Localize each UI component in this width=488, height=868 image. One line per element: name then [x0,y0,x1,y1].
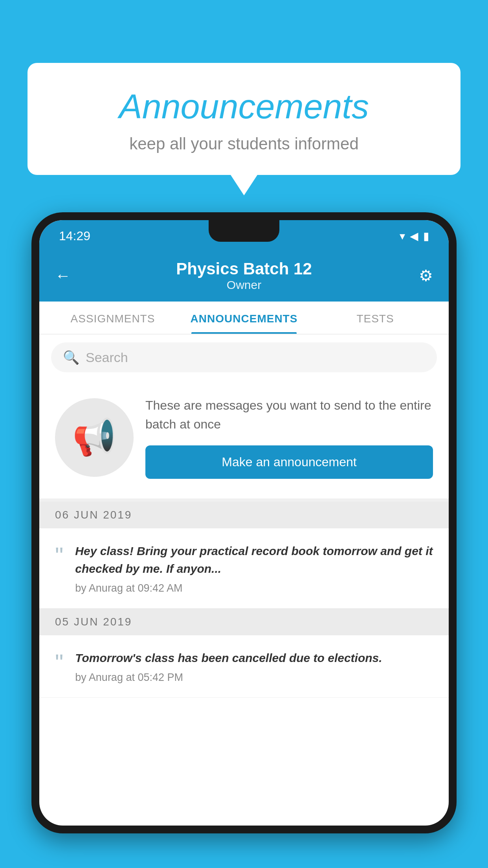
search-bar[interactable]: 🔍 Search [51,342,437,372]
battery-icon: ▮ [423,230,429,243]
promo-icon-circle: 📢 [55,398,134,477]
signal-icon: ◀ [410,230,418,243]
announcement-text-2: Tomorrow's class has been cancelled due … [75,649,382,667]
quote-icon-1: " [55,544,63,568]
header-title: Physics Batch 12 [176,259,312,278]
header-subtitle: Owner [176,278,312,292]
tab-announcements[interactable]: ANNOUNCEMENTS [178,302,310,334]
status-bar: 14:29 ▾ ◀ ▮ [39,220,449,252]
announcement-text-1: Hey class! Bring your practical record b… [75,542,433,577]
status-time: 14:29 [59,229,90,243]
speech-bubble-container: Announcements keep all your students inf… [28,63,460,175]
speech-bubble-subtitle: keep all your students informed [47,134,441,153]
settings-button[interactable]: ⚙ [419,267,433,285]
phone-container: 14:29 ▾ ◀ ▮ ← Physics Batch 12 Owner ⚙ A… [31,212,457,868]
header-title-group: Physics Batch 12 Owner [176,259,312,292]
megaphone-icon: 📢 [72,417,116,458]
announcement-content-2: Tomorrow's class has been cancelled due … [75,649,382,684]
status-icons: ▾ ◀ ▮ [400,230,429,243]
date-separator-1: 06 JUN 2019 [39,502,449,528]
back-button[interactable]: ← [55,267,71,285]
wifi-icon: ▾ [400,230,405,243]
search-placeholder: Search [86,350,128,365]
promo-content: These are messages you want to send to t… [145,396,433,479]
announcement-item-1: " Hey class! Bring your practical record… [39,528,449,609]
quote-icon-2: " [55,651,63,675]
promo-description: These are messages you want to send to t… [145,396,433,434]
tab-tests[interactable]: TESTS [310,302,441,334]
announcement-meta-1: by Anurag at 09:42 AM [75,582,433,594]
tabs-bar: ASSIGNMENTS ANNOUNCEMENTS TESTS [39,302,449,335]
make-announcement-button[interactable]: Make an announcement [145,445,433,479]
search-icon: 🔍 [63,349,79,365]
phone-notch [209,220,279,242]
phone-frame: 14:29 ▾ ◀ ▮ ← Physics Batch 12 Owner ⚙ A… [31,212,457,833]
speech-bubble: Announcements keep all your students inf… [28,63,460,175]
promo-card: 📢 These are messages you want to send to… [39,380,449,502]
search-container: 🔍 Search [39,335,449,380]
app-header: ← Physics Batch 12 Owner ⚙ [39,252,449,302]
date-separator-2: 05 JUN 2019 [39,609,449,635]
announcement-content-1: Hey class! Bring your practical record b… [75,542,433,594]
announcement-meta-2: by Anurag at 05:42 PM [75,671,382,684]
speech-bubble-title: Announcements [47,86,441,127]
tab-assignments[interactable]: ASSIGNMENTS [47,302,178,334]
announcement-item-2: " Tomorrow's class has been cancelled du… [39,635,449,698]
phone-screen: 14:29 ▾ ◀ ▮ ← Physics Batch 12 Owner ⚙ A… [39,220,449,826]
